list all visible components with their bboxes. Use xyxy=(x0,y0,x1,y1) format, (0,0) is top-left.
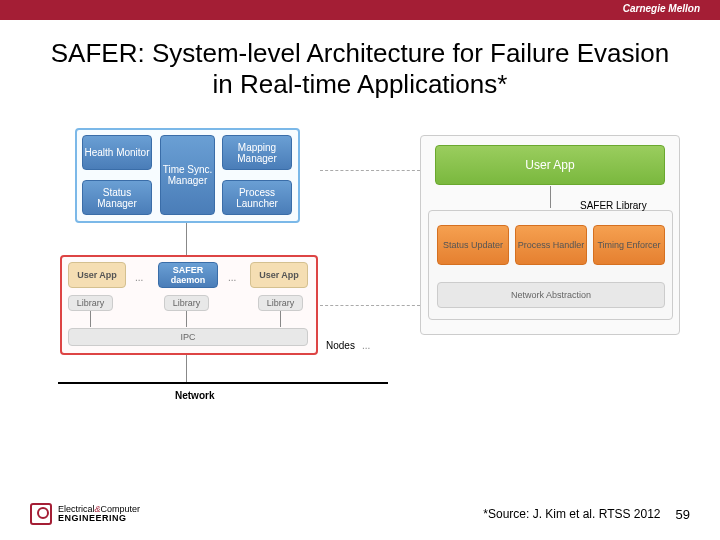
connector-master-node xyxy=(186,223,187,255)
connector-node-network xyxy=(186,355,187,382)
status-updater-box: Status Updater xyxy=(437,225,509,265)
safer-library-label: SAFER Library xyxy=(580,200,647,211)
dash-1 xyxy=(320,170,420,171)
ece-text: Electrical&Computer ENGINEERING xyxy=(58,505,140,523)
ece-icon xyxy=(30,503,52,525)
university-logo: Carnegie Mellon xyxy=(623,3,700,14)
user-app-left-box: User App xyxy=(68,262,126,288)
library-mid-box: Library xyxy=(164,295,209,311)
library-left-box: Library xyxy=(68,295,113,311)
conn-lib3 xyxy=(280,311,281,327)
user-app-right-box: User App xyxy=(250,262,308,288)
safer-daemon-box: SAFER daemon xyxy=(158,262,218,288)
status-manager-box: Status Manager xyxy=(82,180,152,215)
ipc-box: IPC xyxy=(68,328,308,346)
conn-lib1 xyxy=(90,311,91,327)
library-right-box: Library xyxy=(258,295,303,311)
process-launcher-box: Process Launcher xyxy=(222,180,292,215)
dots-nodes: ... xyxy=(362,340,370,351)
footer: Electrical&Computer ENGINEERING *Source:… xyxy=(0,503,720,525)
user-app-big-box: User App xyxy=(435,145,665,185)
time-sync-box: Time Sync. Manager xyxy=(160,135,215,215)
health-monitor-box: Health Monitor xyxy=(82,135,152,170)
ece-logo: Electrical&Computer ENGINEERING xyxy=(30,503,140,525)
timing-enforcer-box: Timing Enforcer xyxy=(593,225,665,265)
conn-lib2 xyxy=(186,311,187,327)
network-line xyxy=(58,382,388,384)
conn-right xyxy=(550,186,551,208)
dept-engineering: ENGINEERING xyxy=(58,513,127,523)
dash-2 xyxy=(320,305,420,306)
page-number: 59 xyxy=(676,507,690,522)
header-bar: Carnegie Mellon xyxy=(0,0,720,20)
dots-1: ... xyxy=(135,272,143,283)
dots-2: ... xyxy=(228,272,236,283)
mapping-manager-box: Mapping Manager xyxy=(222,135,292,170)
source-citation: *Source: J. Kim et al. RTSS 2012 xyxy=(483,507,660,521)
slide-title: SAFER: System-level Architecture for Fai… xyxy=(0,20,720,110)
process-handler-box: Process Handler xyxy=(515,225,587,265)
network-label: Network xyxy=(175,390,214,401)
network-abstraction-box: Network Abstraction xyxy=(437,282,665,308)
nodes-label: Nodes xyxy=(326,340,355,351)
safer-diagram: Health Monitor Status Manager Time Sync.… xyxy=(10,110,710,440)
